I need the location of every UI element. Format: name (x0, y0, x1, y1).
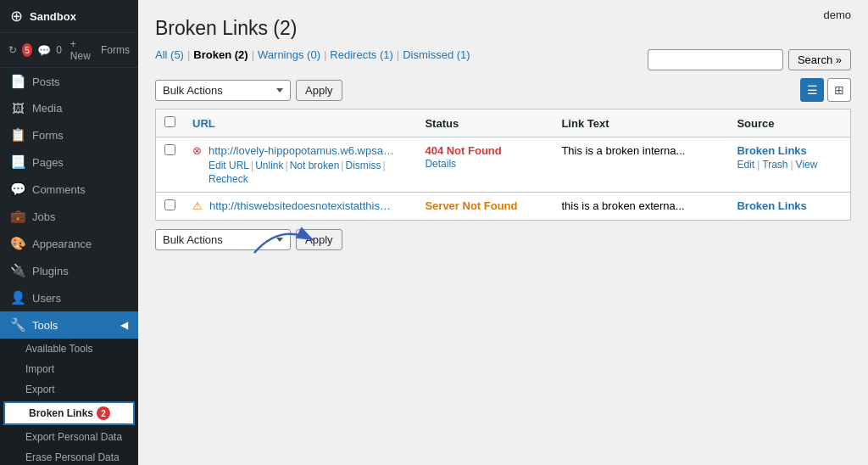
row2-url-link[interactable]: http://thiswebsitedoesnotexistatthispr..… (209, 199, 396, 212)
submenu-export-personal[interactable]: Export Personal Data (0, 427, 138, 447)
page-title-count: (2) (273, 17, 297, 39)
updates-count[interactable]: 5 (22, 43, 32, 57)
submenu-export[interactable]: Export (0, 379, 138, 400)
top-right-bar: demo (823, 8, 851, 21)
table-row: ⚠ http://thiswebsitedoesnotexistatthispr… (156, 193, 851, 221)
posts-label: Posts (32, 76, 60, 88)
forms-link[interactable]: Forms (101, 44, 130, 56)
comments-nav-label: Comments (32, 183, 86, 196)
page-title-text: Broken Links (155, 17, 268, 39)
row1-url-cell: ⊗ http://lovely-hippopotamus.w6.wpsan...… (184, 137, 416, 193)
filter-all[interactable]: All (5) (155, 48, 184, 61)
row1-view[interactable]: View (796, 159, 818, 171)
broken-links-badge: Broken Links 2 (29, 406, 110, 420)
filter-search-row: All (5) | Broken (2) | Warnings (0) | Re… (155, 48, 851, 71)
sidebar-item-plugins[interactable]: 🔌 Plugins (0, 257, 138, 284)
broken-links-count: 2 (97, 406, 110, 420)
main-content: demo Broken Links (2) All (5) | Broken (… (138, 0, 868, 465)
bulk-actions-bottom: Bulk Actions Apply (155, 229, 342, 250)
row2-link-text: this is a broken externa... (561, 199, 684, 212)
tools-label: Tools (32, 319, 58, 332)
media-icon: 🖼 (10, 101, 25, 115)
search-area: Search » (648, 49, 851, 70)
row2-source-name[interactable]: Broken Links (737, 199, 806, 212)
new-button[interactable]: + New (70, 38, 92, 62)
row1-not-broken[interactable]: Not broken (290, 160, 340, 171)
sidebar-item-comments[interactable]: 💬 Comments (0, 176, 138, 203)
row1-actions: Edit URL | Unlink | Not broken | Dismiss… (209, 160, 408, 185)
sidebar-item-tools[interactable]: 🔧 Tools ◀ (0, 311, 138, 339)
filter-redirects[interactable]: Redirects (1) (330, 48, 392, 61)
pages-label: Pages (32, 156, 64, 169)
demo-user[interactable]: demo (823, 8, 851, 21)
row1-edit[interactable]: Edit (737, 159, 754, 171)
top-table-controls: Bulk Actions Apply ☰ ⊞ (155, 78, 851, 102)
row1-source-name[interactable]: Broken Links (737, 144, 806, 157)
list-view-button[interactable]: ☰ (800, 78, 824, 102)
sep1: | (187, 48, 190, 61)
comments-icon[interactable]: 💬 (37, 44, 51, 57)
row1-recheck[interactable]: Recheck (209, 173, 248, 185)
row1-link-text: This is a broken interna... (561, 144, 685, 157)
row2-status-cell: Server Not Found (416, 193, 553, 221)
sep4: | (397, 48, 399, 61)
sidebar-item-appearance[interactable]: 🎨 Appearance (0, 230, 138, 257)
search-button[interactable]: Search » (788, 49, 851, 70)
grid-view-button[interactable]: ⊞ (827, 78, 851, 102)
th-source: Source (728, 109, 850, 137)
bulk-actions-select-top[interactable]: Bulk Actions (155, 80, 291, 101)
sep: | (251, 160, 253, 171)
row2-status: Server Not Found (425, 199, 517, 212)
bulk-actions-select-bottom[interactable]: Bulk Actions (155, 229, 291, 250)
submenu-available-tools[interactable]: Available Tools (0, 339, 138, 359)
row1-trash[interactable]: Trash (762, 159, 787, 171)
broken-links-label: Broken Links (29, 407, 93, 419)
search-input[interactable] (648, 49, 783, 70)
updates-icon[interactable]: ↻ (8, 44, 17, 56)
th-status: Status (416, 109, 553, 137)
tools-submenu: Available Tools Import Export Broken Lin… (0, 339, 138, 465)
filter-warnings[interactable]: Warnings (0) (258, 48, 320, 61)
media-label: Media (32, 102, 62, 115)
row2-url-cell: ⚠ http://thiswebsitedoesnotexistatthispr… (184, 193, 416, 221)
row1-details-link[interactable]: Details (425, 158, 456, 170)
row2-checkbox[interactable] (164, 199, 175, 210)
bulk-actions-top: Bulk Actions Apply (155, 80, 342, 101)
row1-url-link[interactable]: http://lovely-hippopotamus.w6.wpsan... (209, 144, 395, 157)
sidebar-item-forms[interactable]: 📋 Forms (0, 121, 138, 148)
row1-error-icon: ⊗ (192, 144, 202, 157)
sidebar-logo[interactable]: ⊕ Sandbox (0, 0, 138, 33)
sidebar-item-pages[interactable]: 📃 Pages (0, 148, 138, 176)
submenu-broken-links[interactable]: Broken Links 2 (3, 401, 135, 425)
select-all-checkbox[interactable] (164, 116, 175, 127)
table-header-row: URL Status Link Text Source (156, 109, 851, 137)
row1-dismiss[interactable]: Dismiss (345, 160, 381, 171)
th-url[interactable]: URL (184, 109, 416, 137)
sidebar-top-bar: ↻ 5 💬 0 + New Forms (0, 33, 138, 68)
appearance-icon: 🎨 (10, 236, 25, 251)
apply-button-bottom[interactable]: Apply (296, 229, 342, 250)
sidebar-item-users[interactable]: 👤 Users (0, 284, 138, 311)
filter-broken[interactable]: Broken (2) (193, 48, 248, 61)
sidebar-item-media[interactable]: 🖼 Media (0, 95, 138, 121)
row2-warning-icon: ⚠ (192, 199, 203, 212)
users-icon: 👤 (10, 290, 25, 305)
apply-button-top[interactable]: Apply (296, 80, 342, 101)
filter-dismissed[interactable]: Dismissed (1) (403, 48, 470, 61)
row1-link-text-cell: This is a broken interna... (553, 137, 728, 193)
row2-checkbox-cell (156, 193, 185, 221)
tools-expand-icon: ◀ (120, 319, 128, 331)
sidebar-item-jobs[interactable]: 💼 Jobs (0, 203, 138, 230)
sidebar-item-posts[interactable]: 📄 Posts (0, 68, 138, 95)
broken-links-table: URL Status Link Text Source ⊗ http://lov… (155, 109, 851, 221)
sep2: | (252, 48, 254, 61)
submenu-import[interactable]: Import (0, 359, 138, 379)
submenu-erase-personal[interactable]: Erase Personal Data (0, 447, 138, 465)
forms-label: Forms (32, 129, 64, 142)
row2-source-cell: Broken Links (728, 193, 850, 221)
bottom-table-controls: Bulk Actions Apply (155, 229, 851, 250)
row1-checkbox[interactable] (164, 144, 175, 155)
appearance-label: Appearance (32, 238, 92, 250)
row1-edit-url[interactable]: Edit URL (209, 160, 249, 171)
row1-unlink[interactable]: Unlink (255, 160, 283, 171)
